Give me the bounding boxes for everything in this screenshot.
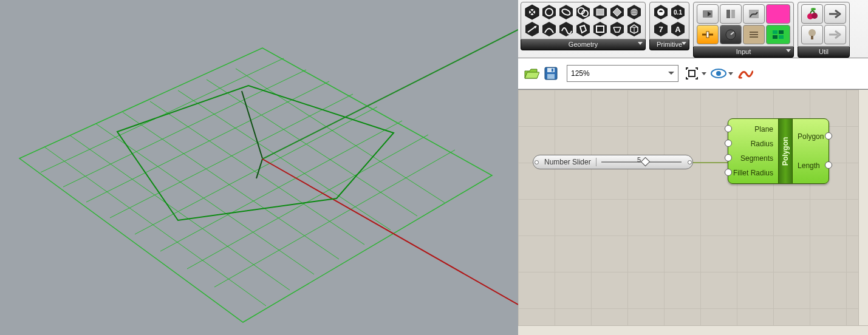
open-file-button[interactable] — [523, 65, 540, 82]
cplane-grid — [19, 48, 492, 322]
sketch-button[interactable] — [737, 65, 754, 82]
zoom-extents-button[interactable] — [683, 65, 700, 82]
svg-line-13 — [150, 101, 364, 245]
svg-rect-70 — [750, 34, 758, 35]
svg-line-6 — [160, 121, 402, 251]
hex-icon[interactable]: 7 — [653, 21, 669, 37]
chevron-down-icon — [668, 72, 674, 75]
svg-line-14 — [178, 90, 391, 230]
hex-icon[interactable] — [558, 21, 574, 37]
svg-text:A: A — [675, 25, 681, 34]
input-label: Plane — [733, 122, 773, 137]
svg-rect-62 — [726, 10, 730, 18]
input-port-fillet[interactable] — [725, 169, 732, 176]
input-port-plane[interactable] — [725, 125, 732, 132]
svg-marker-47 — [610, 22, 624, 36]
input-icon[interactable] — [743, 4, 765, 24]
save-file-button[interactable] — [542, 65, 559, 82]
util-icon-tree[interactable] — [801, 25, 823, 44]
category-label: Primitive — [657, 41, 682, 48]
vertical-scrollbar[interactable] — [858, 90, 868, 335]
svg-line-11 — [96, 124, 314, 274]
svg-line-19 — [262, 159, 518, 305]
slider-value: 5 — [637, 156, 641, 163]
svg-line-16 — [236, 69, 445, 203]
polygon-component[interactable]: Plane Radius Segments Fillet Radius Poly… — [728, 118, 829, 184]
zoom-combo[interactable]: 125% — [567, 65, 678, 82]
category-input[interactable]: Input — [693, 2, 794, 58]
svg-rect-72 — [773, 30, 777, 34]
hex-icon[interactable] — [524, 4, 540, 20]
svg-marker-27 — [559, 5, 573, 19]
svg-point-88 — [739, 77, 742, 79]
svg-line-20 — [242, 91, 262, 158]
input-icon-slider[interactable] — [697, 25, 719, 44]
hex-icon[interactable] — [626, 4, 642, 20]
svg-rect-74 — [773, 35, 777, 39]
svg-rect-69 — [750, 32, 758, 33]
svg-point-77 — [812, 13, 818, 19]
output-label: Polygon — [798, 122, 824, 151]
util-icon-arrow-right[interactable] — [824, 4, 846, 24]
hex-icon[interactable] — [626, 21, 642, 37]
hex-icon[interactable] — [541, 4, 557, 20]
slider-track[interactable]: 5 — [601, 159, 682, 165]
slider-label: Number Slider — [539, 158, 596, 166]
hex-icon[interactable] — [592, 4, 608, 20]
hex-icon[interactable] — [558, 4, 574, 20]
svg-line-12 — [123, 112, 339, 259]
category-label: Geometry — [569, 41, 598, 48]
hex-icon[interactable] — [524, 21, 540, 37]
hex-icon[interactable] — [609, 21, 625, 37]
preview-button[interactable] — [710, 65, 727, 82]
svg-point-78 — [811, 8, 816, 10]
wire — [692, 162, 728, 163]
category-geometry[interactable]: Geometry — [521, 2, 646, 50]
hex-icon[interactable]: A — [670, 21, 686, 37]
category-label: Input — [736, 48, 751, 55]
input-port-segments[interactable] — [725, 154, 732, 161]
input-port-radius[interactable] — [725, 140, 732, 147]
input-icon-bool[interactable] — [766, 25, 790, 44]
hex-icon[interactable] — [575, 4, 591, 20]
svg-line-10 — [70, 135, 290, 290]
gh-canvas[interactable]: Number Slider 5 Plane Radius Segmen — [518, 89, 868, 335]
svg-marker-0 — [19, 48, 492, 322]
svg-line-15 — [207, 80, 417, 216]
util-icon-arrow-right-outline[interactable] — [824, 25, 846, 44]
input-label: Segments — [733, 151, 773, 166]
number-slider-component[interactable]: Number Slider 5 — [533, 155, 693, 169]
svg-rect-71 — [750, 36, 758, 38]
chevron-down-icon[interactable] — [702, 72, 706, 75]
svg-rect-85 — [689, 70, 695, 76]
horizontal-scrollbar[interactable] — [518, 325, 868, 335]
rhino-viewport[interactable] — [0, 0, 518, 335]
input-icon-panel[interactable] — [743, 25, 765, 44]
hex-icon[interactable] — [653, 4, 669, 20]
input-icon-color[interactable] — [766, 4, 790, 24]
chevron-down-icon[interactable] — [728, 72, 733, 75]
hex-icon[interactable] — [609, 4, 625, 20]
component-name: Polygon — [778, 119, 793, 183]
grip-icon[interactable] — [533, 155, 539, 169]
input-icon[interactable] — [720, 4, 742, 24]
slider-handle[interactable] — [641, 157, 651, 167]
svg-point-87 — [716, 71, 721, 76]
svg-marker-25 — [542, 5, 556, 19]
hex-icon[interactable] — [541, 21, 557, 37]
input-label: Radius — [733, 137, 773, 151]
svg-line-17 — [262, 30, 518, 159]
category-primitive[interactable]: 0.1 7 A Primitive — [649, 2, 689, 50]
output-grip-icon[interactable] — [686, 155, 692, 169]
svg-marker-45 — [593, 22, 607, 36]
category-util[interactable]: Util — [798, 2, 850, 58]
hex-icon[interactable] — [592, 21, 608, 37]
input-icon-dial[interactable] — [720, 25, 742, 44]
input-icon[interactable] — [697, 4, 719, 24]
util-icon-cherry[interactable] — [801, 4, 823, 24]
svg-line-2 — [63, 70, 306, 187]
hex-icon[interactable] — [575, 21, 591, 37]
svg-rect-80 — [811, 36, 813, 39]
hex-icon[interactable]: 0.1 — [670, 4, 686, 20]
svg-rect-84 — [552, 69, 553, 72]
